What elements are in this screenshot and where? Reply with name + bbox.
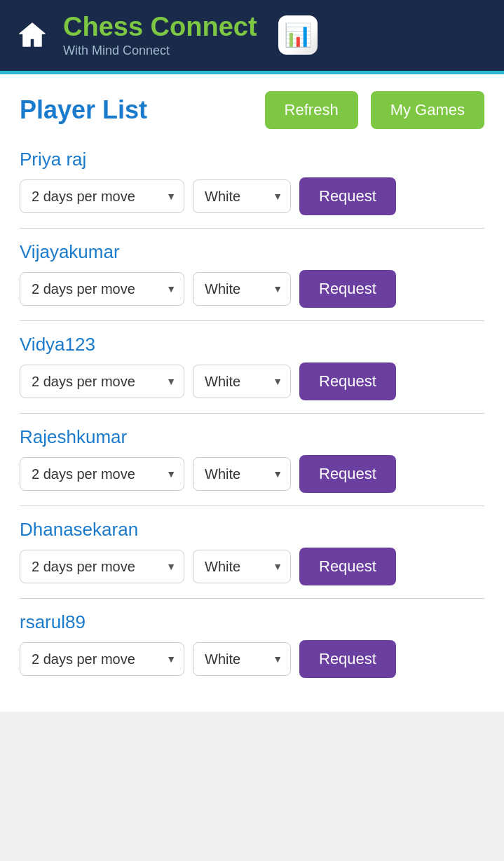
player-name-dhanasekaran: Dhanasekaran	[20, 519, 484, 541]
player-section-priya-raj: Priya raj1 day per move2 days per move3 …	[20, 149, 484, 229]
move-select-wrapper-dhanasekaran: 1 day per move2 days per move3 days per …	[20, 550, 184, 583]
move-select-wrapper-vidya123: 1 day per move2 days per move3 days per …	[20, 365, 184, 398]
header-text-block: Chess Connect With Mind Connect	[63, 13, 257, 58]
color-select-wrapper-dhanasekaran: WhiteBlackRandom	[193, 550, 291, 583]
home-icon[interactable]	[14, 17, 50, 53]
player-controls-vijayakumar: 1 day per move2 days per move3 days per …	[20, 270, 484, 308]
move-select-wrapper-vijayakumar: 1 day per move2 days per move3 days per …	[20, 272, 184, 306]
color-select-dhanasekaran[interactable]: WhiteBlackRandom	[193, 550, 291, 583]
player-section-vidya123: Vidya1231 day per move2 days per move3 d…	[20, 334, 484, 414]
player-section-dhanasekaran: Dhanasekaran1 day per move2 days per mov…	[20, 519, 484, 599]
my-games-button[interactable]: My Games	[371, 91, 484, 129]
move-select-priya-raj[interactable]: 1 day per move2 days per move3 days per …	[20, 179, 184, 213]
player-controls-rajeshkumar: 1 day per move2 days per move3 days per …	[20, 455, 484, 493]
player-name-priya-raj: Priya raj	[20, 149, 484, 170]
player-list: Priya raj1 day per move2 days per move3 …	[20, 149, 484, 691]
move-select-vijayakumar[interactable]: 1 day per move2 days per move3 days per …	[20, 272, 184, 306]
app-logo: 📊	[278, 15, 318, 55]
request-button-dhanasekaran[interactable]: Request	[299, 548, 396, 585]
player-controls-dhanasekaran: 1 day per move2 days per move3 days per …	[20, 548, 484, 585]
player-name-vijayakumar: Vijayakumar	[20, 241, 484, 263]
move-select-wrapper-priya-raj: 1 day per move2 days per move3 days per …	[20, 179, 184, 213]
player-name-rsarul89: rsarul89	[20, 611, 484, 633]
color-select-wrapper-priya-raj: WhiteBlackRandom	[193, 179, 291, 213]
color-select-wrapper-vijayakumar: WhiteBlackRandom	[193, 272, 291, 306]
request-button-rajeshkumar[interactable]: Request	[299, 455, 396, 493]
request-button-rsarul89[interactable]: Request	[299, 640, 396, 678]
player-section-vijayakumar: Vijayakumar1 day per move2 days per move…	[20, 241, 484, 321]
player-name-rajeshkumar: Rajeshkumar	[20, 426, 484, 448]
request-button-vidya123[interactable]: Request	[299, 362, 396, 400]
main-content: Player List Refresh My Games Priya raj1 …	[0, 71, 504, 712]
page-title: Player List	[20, 95, 252, 125]
color-select-vijayakumar[interactable]: WhiteBlackRandom	[193, 272, 291, 306]
move-select-rsarul89[interactable]: 1 day per move2 days per move3 days per …	[20, 642, 184, 676]
color-select-vidya123[interactable]: WhiteBlackRandom	[193, 365, 291, 398]
move-select-wrapper-rajeshkumar: 1 day per move2 days per move3 days per …	[20, 457, 184, 491]
player-controls-vidya123: 1 day per move2 days per move3 days per …	[20, 362, 484, 400]
player-section-rajeshkumar: Rajeshkumar1 day per move2 days per move…	[20, 426, 484, 506]
color-select-rsarul89[interactable]: WhiteBlackRandom	[193, 642, 291, 676]
app-subtitle: With Mind Connect	[63, 43, 257, 58]
color-select-wrapper-rsarul89: WhiteBlackRandom	[193, 642, 291, 676]
color-select-wrapper-vidya123: WhiteBlackRandom	[193, 365, 291, 398]
top-bar: Player List Refresh My Games	[20, 91, 484, 129]
move-select-vidya123[interactable]: 1 day per move2 days per move3 days per …	[20, 365, 184, 398]
color-select-priya-raj[interactable]: WhiteBlackRandom	[193, 179, 291, 213]
color-select-rajeshkumar[interactable]: WhiteBlackRandom	[193, 457, 291, 491]
move-select-wrapper-rsarul89: 1 day per move2 days per move3 days per …	[20, 642, 184, 676]
player-controls-rsarul89: 1 day per move2 days per move3 days per …	[20, 640, 484, 678]
app-header: Chess Connect With Mind Connect 📊	[0, 0, 504, 71]
player-name-vidya123: Vidya123	[20, 334, 484, 355]
player-section-rsarul89: rsarul891 day per move2 days per move3 d…	[20, 611, 484, 691]
request-button-vijayakumar[interactable]: Request	[299, 270, 396, 308]
player-controls-priya-raj: 1 day per move2 days per move3 days per …	[20, 177, 484, 215]
refresh-button[interactable]: Refresh	[265, 91, 358, 129]
move-select-rajeshkumar[interactable]: 1 day per move2 days per move3 days per …	[20, 457, 184, 491]
request-button-priya-raj[interactable]: Request	[299, 177, 396, 215]
app-title: Chess Connect	[63, 13, 257, 42]
move-select-dhanasekaran[interactable]: 1 day per move2 days per move3 days per …	[20, 550, 184, 583]
color-select-wrapper-rajeshkumar: WhiteBlackRandom	[193, 457, 291, 491]
